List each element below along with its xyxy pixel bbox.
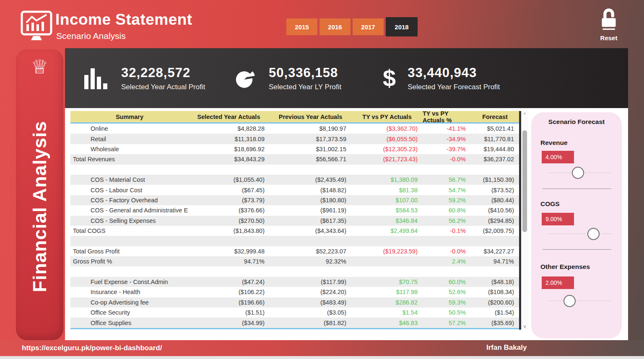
table-row[interactable]: COS - Factory Overhead($73.79)($180.80)$… xyxy=(70,195,519,205)
row-value: 52.6% xyxy=(423,287,471,297)
row-value: $70.75 xyxy=(351,277,423,287)
other-expenses-value-box[interactable]: 2.00% xyxy=(542,276,574,289)
table-row[interactable]: Office Supplies($34.99)($81.82)$46.8357.… xyxy=(70,318,519,328)
kpi-value: 32,228,572 xyxy=(121,65,205,80)
row-label: Co-op Advertising fee xyxy=(70,297,188,307)
revenue-value-box[interactable]: 4.00% xyxy=(542,151,574,163)
row-value: -34.9% xyxy=(423,134,471,144)
revenue-slider-handle[interactable] xyxy=(572,167,584,179)
other-expenses-slider-handle[interactable] xyxy=(564,295,576,307)
kpi-forecast-profit: $ 33,440,943 Selected Year Forecast Prof… xyxy=(383,48,500,108)
row-value: ($67.45) xyxy=(188,185,270,195)
row-value: 60.8% xyxy=(423,205,471,215)
year-button-2016[interactable]: 2016 xyxy=(319,18,351,35)
scroll-up-arrow-icon[interactable]: ^ xyxy=(521,112,528,117)
row-value: $31,002.15 xyxy=(270,144,351,154)
row-value: ($1,843.80) xyxy=(188,226,270,236)
row-value: ($410.56) xyxy=(471,205,519,215)
footer-url-link[interactable]: https://excelguru.pk/power-bi-dashboard/ xyxy=(22,344,162,352)
column-header-forecast[interactable]: Forecast xyxy=(471,111,519,122)
table-row[interactable]: Co-op Advertising fee($196.66)($483.49)$… xyxy=(70,297,519,307)
row-value: ($376.66) xyxy=(188,205,270,215)
cogs-slider-handle[interactable] xyxy=(587,228,600,240)
row-value: ($80.44) xyxy=(471,195,519,205)
scrollbar-thumb[interactable] xyxy=(522,130,527,232)
row-value: ($48.18) xyxy=(471,277,519,287)
reset-button[interactable]: Reset xyxy=(595,8,622,41)
row-value: ($19,223.59) xyxy=(351,246,423,256)
row-value: $117.98 xyxy=(351,287,423,297)
row-value: ($108.34) xyxy=(471,287,519,297)
row-value: ($1.54) xyxy=(471,307,519,318)
row-value: ($34.99) xyxy=(188,318,270,328)
revenue-slider-label: Revenue xyxy=(540,139,568,147)
row-value: -41.1% xyxy=(423,124,471,134)
table-scrollbar[interactable]: ^ v xyxy=(521,111,528,330)
column-header-selected-year-actuals[interactable]: Selected Year Actuals xyxy=(188,111,270,122)
row-value: ($35.69) xyxy=(471,318,519,328)
table-row[interactable]: Total COGS($1,843.80)($4,343.64)$2,499.8… xyxy=(70,226,519,236)
year-button-2015[interactable]: 2015 xyxy=(286,18,317,35)
row-label: Total COGS xyxy=(70,226,188,236)
scroll-down-arrow-icon[interactable]: v xyxy=(521,324,528,329)
table-row[interactable]: Gross Profit %94.71%92.32%2.4%94.71% xyxy=(70,256,519,266)
row-value: $584.53 xyxy=(351,205,423,215)
panel-divider xyxy=(543,189,611,189)
column-header-previous-year-actuals[interactable]: Previous Year Actuals xyxy=(270,111,351,122)
row-value: ($47.24) xyxy=(188,277,270,287)
table-row[interactable]: Insurance - Health($106.22)($224.20)$117… xyxy=(70,287,519,297)
table-row[interactable]: Wholesale$18,696.92$31,002.15($12,305.23… xyxy=(70,144,519,154)
row-value: 92.32% xyxy=(270,256,351,266)
table-row[interactable]: Total Gross Profit$32,999.48$52,223.07($… xyxy=(70,246,519,256)
table-row[interactable]: Retail$11,318.09$17,373.59($6,055.50)-34… xyxy=(70,134,519,144)
table-row[interactable]: COS - General and Administrative Ex...($… xyxy=(70,205,519,215)
cogs-slider-label: COGS xyxy=(540,200,560,208)
panel-divider xyxy=(543,249,611,250)
row-value: $19,444.80 xyxy=(471,144,519,154)
row-value: $18,696.92 xyxy=(188,144,270,154)
row-label: Retail xyxy=(70,134,188,144)
column-header-ty-vs-py-actuals-pct[interactable]: TY vs PY Actuals % xyxy=(423,111,471,122)
other-expenses-slider-label: Other Expenses xyxy=(540,263,590,271)
kpi-label: Selected Year Actual Profit xyxy=(121,83,205,91)
table-row[interactable]: Fuel Expense - Const.Admin($47.24)($117.… xyxy=(70,277,519,287)
column-header-ty-vs-py-actuals[interactable]: TY vs PY Actuals xyxy=(351,111,423,122)
row-value: 2.4% xyxy=(423,256,471,266)
table-row[interactable]: Online$4,828.28$8,190.97($3,362.70)-41.1… xyxy=(70,124,519,134)
bottom-edge-strip xyxy=(0,356,644,359)
row-value: $4,828.28 xyxy=(188,124,270,134)
table-row[interactable]: COS - Material Cost($1,055.40)($2,435.49… xyxy=(70,175,519,185)
crown-icon: ♕ xyxy=(16,57,63,76)
table-header-row: Summary Selected Year Actuals Previous Y… xyxy=(70,111,519,124)
year-button-2017[interactable]: 2017 xyxy=(353,18,384,35)
row-value: ($1.51) xyxy=(188,307,270,318)
table-spacer-row xyxy=(70,165,519,175)
row-label: Total Gross Profit xyxy=(70,246,188,256)
row-value: 59.3% xyxy=(423,297,471,307)
row-label: COS - Selling Expenses xyxy=(70,216,188,226)
row-value: $56,566.71 xyxy=(270,154,351,164)
cogs-slider-track[interactable] xyxy=(548,233,612,234)
column-header-summary[interactable]: Summary xyxy=(70,111,188,122)
row-value: ($270.50) xyxy=(188,216,270,226)
table-row[interactable]: Total Revenues$34,843.29$56,566.71($21,7… xyxy=(70,154,519,164)
cogs-value-box[interactable]: 9.00% xyxy=(542,213,574,225)
row-value: $1,380.09 xyxy=(351,175,423,185)
table-row[interactable]: COS - Labour Cost($67.45)($148.82)$81.38… xyxy=(70,185,519,195)
row-label: COS - Labour Cost xyxy=(70,185,188,195)
open-lock-icon xyxy=(600,8,618,31)
row-value: $346.84 xyxy=(351,216,423,226)
kpi-banner: 32,228,572 Selected Year Actual Profit 5… xyxy=(65,48,628,108)
row-label: Gross Profit % xyxy=(70,256,188,266)
other-expenses-slider-track[interactable] xyxy=(548,300,612,301)
row-value: $107.00 xyxy=(351,195,423,205)
row-value: ($6,055.50) xyxy=(351,134,423,144)
table-row[interactable]: Office Security($1.51)($3.05)$1.5450.5%(… xyxy=(70,307,519,318)
table-row[interactable]: COS - Selling Expenses($270.50)($617.35)… xyxy=(70,216,519,226)
dashboard-page: Income Statement Scenario Analysis 2015 … xyxy=(0,0,644,359)
row-value: $34,227.27 xyxy=(471,246,519,256)
income-statement-table: Summary Selected Year Actuals Previous Y… xyxy=(70,111,519,329)
row-value: 57.2% xyxy=(423,318,471,328)
year-button-2018-selected[interactable]: 2018 xyxy=(386,17,418,36)
row-value: ($1,150.39) xyxy=(471,175,519,185)
